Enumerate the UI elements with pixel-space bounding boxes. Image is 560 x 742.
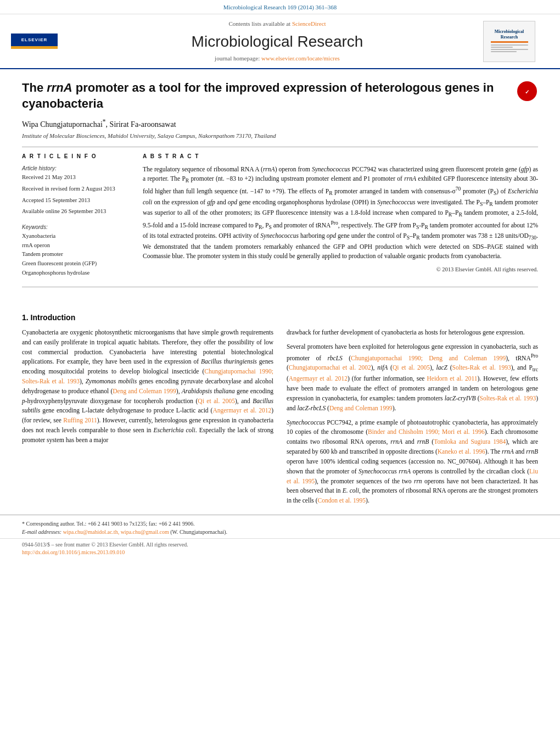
crossmark-badge[interactable]: ✓ [516,80,538,102]
citation-bar: Microbiological Research 169 (2014) 361–… [0,0,560,14]
footnote-area: * Corresponding author. Tel.: +66 2 441 … [0,515,560,538]
elsevier-stripe [11,46,58,49]
received-date: Received 21 May 2013 [22,174,132,182]
email-link-1[interactable]: wipa.chu@mahidol.ac.th, [63,529,120,535]
article-info-heading: A R T I C L E I N F O [22,153,132,160]
intro-left-col: Cyanobacteria are oxygenic photosyntheti… [22,328,273,506]
bottom-bar: 0944-5013/$ – see front matter © 2013 El… [0,538,560,559]
keyword-1: Xyanobacteria [22,232,132,241]
article-title: The rrnA promoter as a tool for the impr… [22,80,511,111]
title-text-area: The rrnA promoter as a tool for the impr… [22,80,511,111]
divider-bottom [22,287,538,287]
contents-text: Contents lists available at [228,20,290,27]
journal-icon-box: MicrobiologicalResearch [483,21,535,62]
doi-line: http://dx.doi.org/10.1016/j.micres.2013.… [22,549,538,556]
accepted-date: Accepted 15 September 2013 [22,197,132,205]
footnote-email: E-mail addresses: wipa.chu@mahidol.ac.th… [22,528,538,536]
crossmark-icon: ✓ [517,81,537,101]
keyword-5: Organophosphorus hydrolase [22,269,132,277]
keyword-2: rrnA operon [22,242,132,250]
citation-text: Microbiological Research 169 (2014) 361–… [223,4,337,10]
abstract-heading: A B S T R A C T [143,153,538,160]
sciencedirect-link[interactable]: ScienceDirect [292,20,326,27]
article-info-col: A R T I C L E I N F O Article history: R… [22,153,132,278]
email-link-2[interactable]: wipa.chu@gmail.com [121,529,169,535]
abstract-col: A B S T R A C T The regulatory sequence … [143,153,538,278]
contents-line: Contents lists available at ScienceDirec… [77,20,478,28]
journal-header: ELSEVIER Contents lists available at Sci… [0,14,560,69]
svg-text:✓: ✓ [525,89,529,95]
homepage-url[interactable]: www.elsevier.com/locate/micres [261,55,340,62]
journal-title: Microbiological Research [77,31,478,52]
journal-logo-right: MicrobiologicalResearch [483,21,549,62]
keywords-label: Keywords: [22,224,132,231]
abstract-body: The regulatory sequence of ribosomal RNA… [143,165,538,261]
introduction-section: 1. Introduction Cyanobacteria are oxygen… [0,304,560,515]
copyright-line: © 2013 Elsevier GmbH. All rights reserve… [143,266,538,274]
footnote-star: * Corresponding author. Tel.: +66 2 441 … [22,520,538,528]
online-date: Available online 26 September 2013 [22,208,132,216]
and-text: and [287,405,296,411]
intro-body-cols: Cyanobacteria are oxygenic photosyntheti… [22,328,538,506]
issn-line: 0944-5013/$ – see front matter © 2013 El… [22,541,538,549]
elsevier-wordmark: ELSEVIER [15,37,53,43]
elsevier-logo-area: ELSEVIER [11,34,71,49]
keyword-3: Tandem promoter [22,250,132,259]
info-abstract-cols: A R T I C L E I N F O Article history: R… [22,153,538,278]
header-center: Contents lists available at ScienceDirec… [77,20,478,63]
title-section: The rrnA promoter as a tool for the impr… [22,80,538,111]
intro-right-col: drawback for further development of cyan… [287,328,538,506]
history-label: Article history: [22,165,132,172]
homepage-line: journal homepage: www.elsevier.com/locat… [77,54,478,63]
divider-top [22,147,538,147]
authors: Wipa Chungjatupornachai*, Sirirat Fa-aro… [22,118,538,130]
article-area: The rrnA promoter as a tool for the impr… [0,69,560,304]
keyword-4: Green fluorescent protein (GFP) [22,260,132,268]
affiliation: Institute of Molecular Biosciences, Mahi… [22,132,538,140]
keywords-section: Keywords: Xyanobacteria rrnA operon Tand… [22,224,132,277]
intro-heading: 1. Introduction [22,313,538,323]
revised-date: Received in revised form 2 August 2013 [22,185,132,193]
doi-link[interactable]: http://dx.doi.org/10.1016/j.micres.2013.… [22,549,125,555]
